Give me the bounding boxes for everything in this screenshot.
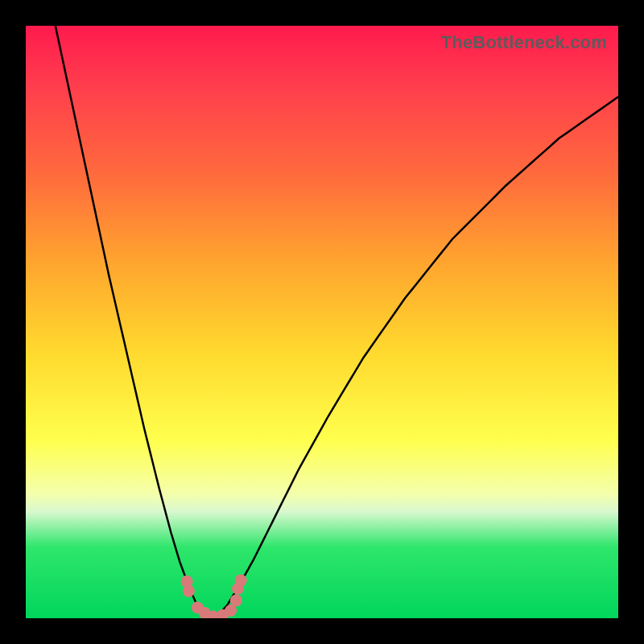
right-curve [216, 97, 618, 618]
data-marker [230, 594, 242, 606]
curve-layer [26, 26, 618, 618]
data-marker [183, 585, 195, 597]
left-curve [56, 26, 216, 618]
chart-frame: TheBottleneck.com [0, 0, 644, 644]
data-marker [235, 574, 247, 586]
marker-group [181, 574, 247, 618]
plot-area: TheBottleneck.com [26, 26, 618, 618]
